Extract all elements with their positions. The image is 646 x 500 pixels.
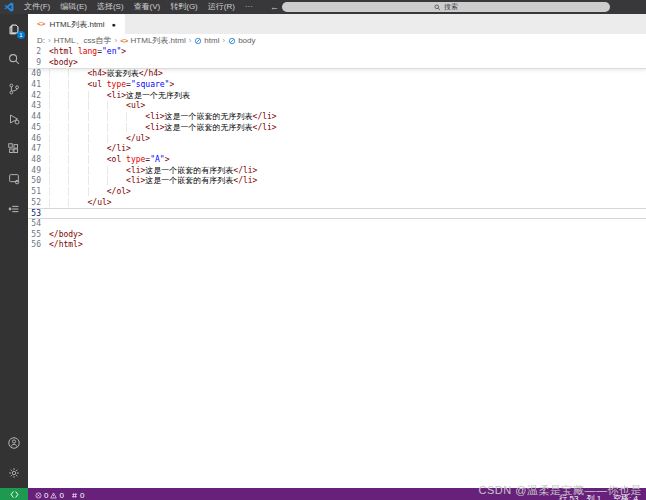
indent-guide: [49, 134, 68, 143]
indent-guide: [88, 155, 107, 164]
indent-guide: [88, 166, 107, 175]
menu-goto[interactable]: 转到(G): [165, 0, 203, 14]
code-line-2[interactable]: 2<html lang="en">: [28, 47, 646, 58]
outline-list-icon[interactable]: [0, 194, 28, 224]
line-number[interactable]: 52: [28, 198, 49, 209]
indent-guide: [49, 166, 68, 175]
remote-explorer-icon[interactable]: [0, 164, 28, 194]
line-number[interactable]: 9: [28, 58, 49, 69]
line-number[interactable]: 56: [28, 240, 49, 251]
problems-indicator[interactable]: 0 0: [35, 491, 64, 500]
menu-selection[interactable]: 选择(S): [92, 0, 129, 14]
indent-guide: [49, 144, 68, 153]
code-line-45[interactable]: 45 <li>这是一个嵌套的无序列表</li>: [28, 123, 646, 134]
tab-html-list-file[interactable]: <> HTML列表.html ●: [28, 14, 125, 34]
explorer-icon[interactable]: 1: [0, 14, 28, 44]
code-line-9[interactable]: 9<body>: [28, 58, 646, 69]
token-tag: <ul>: [126, 101, 145, 110]
line-number[interactable]: 53: [28, 209, 49, 218]
code-line-41[interactable]: 41 <ul type="square">: [28, 80, 646, 91]
menu-overflow[interactable]: ···: [240, 0, 258, 14]
account-icon[interactable]: [0, 428, 28, 458]
line-number[interactable]: 46: [28, 134, 49, 145]
menu-edit[interactable]: 编辑(E): [55, 0, 92, 14]
token-txt: 这是一个嵌套的有序列表: [145, 176, 233, 185]
indent-guide: [49, 91, 68, 100]
menu-run[interactable]: 运行(R): [203, 0, 240, 14]
modified-dot-icon[interactable]: ●: [112, 21, 116, 28]
code-line-50[interactable]: 50 <li>这是一个嵌套的有序列表</li>: [28, 176, 646, 187]
line-number[interactable]: 2: [28, 47, 49, 58]
line-number[interactable]: 50: [28, 176, 49, 187]
line-number[interactable]: 41: [28, 80, 49, 91]
code-line-43[interactable]: 43 <ul>: [28, 101, 646, 112]
line-number[interactable]: 40: [28, 69, 49, 80]
code-editor[interactable]: 40 <h4>嵌套列表</h4>41 <ul type="square">42 …: [28, 69, 646, 251]
line-number[interactable]: 51: [28, 187, 49, 198]
tab-bar: <> HTML列表.html ●: [28, 14, 646, 34]
line-number[interactable]: 55: [28, 230, 49, 241]
extensions-icon[interactable]: [0, 134, 28, 164]
run-debug-icon[interactable]: [0, 104, 28, 134]
code-line-52[interactable]: 52 </ul>: [28, 198, 646, 209]
code-text: </ol>: [49, 187, 131, 198]
line-number[interactable]: 49: [28, 166, 49, 177]
code-line-40[interactable]: 40 <h4>嵌套列表</h4>: [28, 69, 646, 80]
code-line-49[interactable]: 49 <li>这是一个嵌套的有序列表</li>: [28, 166, 646, 177]
indent-guide: [107, 176, 126, 185]
line-number[interactable]: 45: [28, 123, 49, 134]
status-extra-indicator[interactable]: 0: [71, 491, 84, 500]
csdn-watermark: CSDN @温柔是宝藏——你也是: [479, 483, 642, 498]
code-line-51[interactable]: 51 </ol>: [28, 187, 646, 198]
code-line-53[interactable]: 53: [28, 208, 646, 219]
line-number[interactable]: 42: [28, 91, 49, 102]
nav-back-icon[interactable]: ←: [270, 2, 279, 12]
indent-guide: [107, 112, 126, 121]
indent-guide: [88, 187, 107, 196]
line-number[interactable]: 43: [28, 101, 49, 112]
line-number[interactable]: 54: [28, 219, 49, 230]
token-tag: >: [121, 47, 126, 56]
code-line-42[interactable]: 42 <li>这是一个无序列表: [28, 91, 646, 102]
menu-file[interactable]: 文件(F): [19, 0, 55, 14]
code-line-55[interactable]: 55</body>: [28, 230, 646, 241]
indent-guide: [49, 69, 68, 78]
indent-guide: [68, 101, 87, 110]
token-txt: 这是一个嵌套的有序列表: [145, 166, 233, 175]
line-number[interactable]: 44: [28, 112, 49, 123]
code-line-54[interactable]: 54: [28, 219, 646, 230]
command-center-search[interactable]: 搜索: [282, 2, 610, 12]
code-text: <li>这是一个无序列表: [49, 91, 190, 102]
line-number[interactable]: 47: [28, 144, 49, 155]
indent-guide: [68, 91, 87, 100]
code-text: <li>这是一个嵌套的有序列表</li>: [49, 176, 257, 187]
code-line-44[interactable]: 44 <li>这是一个嵌套的无序列表</li>: [28, 112, 646, 123]
remote-indicator[interactable]: [0, 488, 28, 500]
source-control-icon[interactable]: [0, 74, 28, 104]
line-number[interactable]: 48: [28, 155, 49, 166]
breadcrumb-symbol-html[interactable]: html: [194, 36, 219, 45]
token-tag: </body>: [49, 230, 83, 239]
code-line-56[interactable]: 56</html>: [28, 240, 646, 251]
token-tag: </ol>: [107, 187, 131, 196]
search-icon: [434, 4, 441, 11]
code-line-46[interactable]: 46 </ul>: [28, 134, 646, 145]
breadcrumb-symbol-body[interactable]: body: [228, 36, 255, 45]
indent-guide: [88, 112, 107, 121]
breadcrumb-folder[interactable]: HTML、css自学: [54, 35, 112, 46]
breadcrumb-file[interactable]: <> HTML列表.html: [120, 35, 186, 46]
indent-guide: [68, 134, 87, 143]
token-tag: <body>: [49, 58, 78, 67]
token-tag: <html: [49, 47, 73, 56]
code-line-47[interactable]: 47 </li>: [28, 144, 646, 155]
token-tag: >: [169, 80, 174, 89]
breadcrumb-drive[interactable]: D:: [37, 36, 45, 45]
menu-view[interactable]: 查看(V): [129, 0, 166, 14]
indent-guide: [88, 176, 107, 185]
breadcrumb-separator: ›: [114, 36, 117, 45]
search-sidebar-icon[interactable]: [0, 44, 28, 74]
token-tag: <li>: [126, 176, 145, 185]
settings-gear-icon[interactable]: [0, 458, 28, 488]
warning-count: 0: [59, 491, 63, 500]
code-line-48[interactable]: 48 <ol type="A">: [28, 155, 646, 166]
